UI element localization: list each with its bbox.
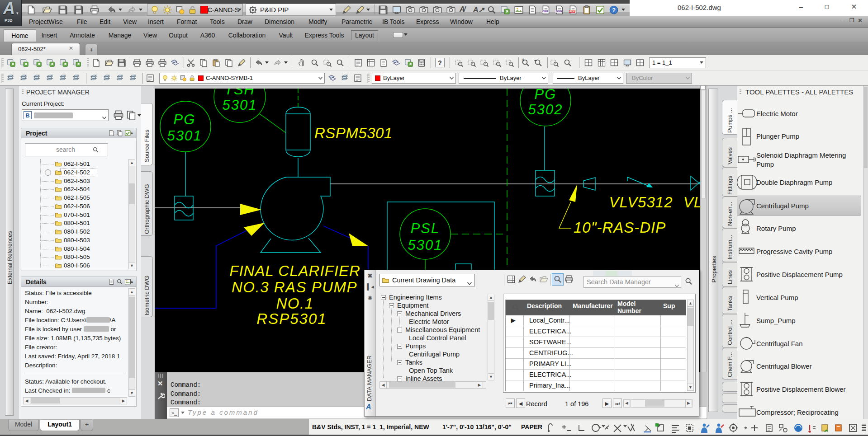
svg-text:RSP5301: RSP5301 — [256, 310, 327, 327]
svg-text:PSL: PSL — [411, 220, 440, 236]
svg-text:PG: PG — [535, 89, 557, 102]
svg-text:TSH: TSH — [224, 89, 255, 98]
svg-text:10"-RAS-DIP: 10"-RAS-DIP — [574, 219, 666, 236]
svg-text:RSPM5301: RSPM5301 — [314, 125, 393, 141]
svg-text:VL: VL — [683, 194, 700, 211]
svg-text:5301: 5301 — [167, 128, 202, 144]
svg-text:5301: 5301 — [223, 97, 257, 113]
svg-text:5302: 5302 — [528, 102, 563, 117]
svg-text:PG: PG — [174, 112, 196, 127]
svg-text:NO.3 RAS PUMP: NO.3 RAS PUMP — [232, 279, 357, 295]
svg-text:VLV5312: VLV5312 — [609, 194, 673, 211]
svg-text:FINAL CLARIFIER: FINAL CLARIFIER — [229, 263, 360, 279]
svg-text:5301: 5301 — [408, 237, 443, 253]
svg-text:NO.1: NO.1 — [276, 295, 313, 312]
